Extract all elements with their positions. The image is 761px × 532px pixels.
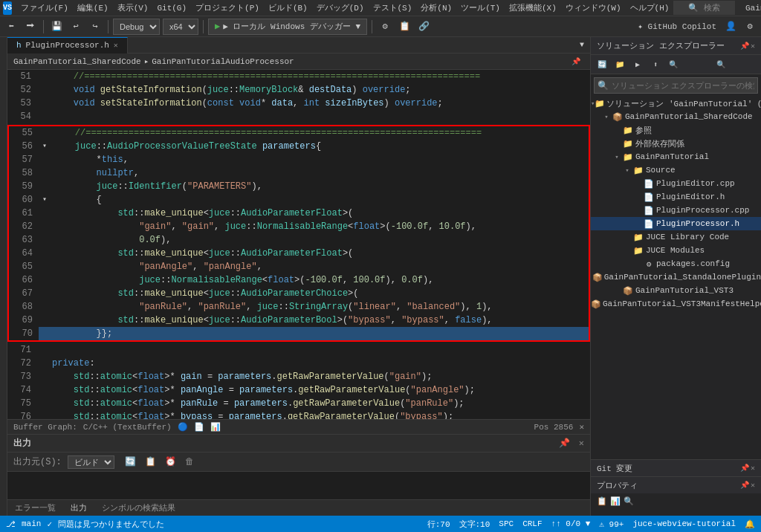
git-close-btn[interactable]: ✕ [751,464,755,473]
buffer-icon-1[interactable]: 🔵 [178,422,188,432]
tab-error-list[interactable]: エラー一覧 [7,501,63,515]
line-number-72: 72 [7,357,37,370]
output-source-select[interactable]: ビルド [68,455,114,469]
tree-item-11[interactable]: ⚙packages.config [591,257,761,270]
pin-output-btn[interactable]: 📌 [559,438,570,449]
toolbar-extra-1[interactable]: ⚙ [377,19,393,35]
tree-item-6[interactable]: 📄PluginEditor.h [591,190,761,204]
menu-help[interactable]: ヘルプ(H) [626,1,674,15]
toolbar: ⬅ ⮕ 💾 ↩ ↪ Debug x64 ▶ ▶ ローカル Windows デバッ… [0,16,761,37]
tree-item-4[interactable]: ▾📁Source [591,163,761,177]
tree-item-8[interactable]: 📄PluginProcessor.h [591,217,761,230]
tree-item-10[interactable]: 📁JUCE Modules [591,244,761,257]
code-line-76: 76 std::atomic<float>* bypass = paramete… [7,410,590,419]
git-changes-header[interactable]: Git 変更 📌 ✕ [591,460,761,476]
menu-tools[interactable]: ツール(T) [456,1,505,15]
code-line-72: 72private: [7,357,590,370]
menu-edit[interactable]: 編集(E) [73,1,113,15]
menu-debug[interactable]: デバッグ(D) [312,1,369,15]
se-tool-6[interactable]: 🔍 [683,56,758,73]
buffer-icon-3[interactable]: 📊 [210,422,221,432]
output-icon-1[interactable]: 🔄 [125,456,136,467]
line-number-58: 58 [9,166,39,180]
solution-search-box[interactable]: 🔍 [594,77,758,94]
line-number-74: 74 [7,383,37,397]
props-pin-btn[interactable]: 📌 [740,481,749,490]
toolbar-extra-3[interactable]: 🔗 [415,19,432,35]
tree-item-14[interactable]: 📦GainPanTutorial_VST3ManifestHelper [591,297,761,311]
tab-plugin-processor-h[interactable]: h PluginProcessor.h ✕ [7,37,128,53]
status-line: 行:70 [427,519,450,530]
undo-btn[interactable]: ↩ [68,19,84,35]
path-pin-btn[interactable]: 📌 [568,53,584,70]
line-number-52: 52 [7,83,37,97]
tree-item-7[interactable]: 📄PluginProcessor.cpp [591,204,761,217]
buffer-close[interactable]: ✕ [579,422,584,432]
tab-symbol-search[interactable]: シンボルの検索結果 [94,501,183,515]
settings-btn[interactable]: ⚙ [742,19,758,35]
properties-header[interactable]: プロパティ 📌 ✕ [591,477,761,493]
menu-analyze[interactable]: 分析(N) [416,1,456,15]
platform-select[interactable]: x64 [163,19,198,35]
solution-search-input[interactable] [612,81,754,90]
props-icon-3[interactable]: 🔍 [624,496,634,506]
menu-window[interactable]: ウィンドウ(W) [561,1,626,15]
github-copilot[interactable]: ✦ GitHub Copilot [635,22,719,31]
tree-item-9[interactable]: 📁JUCE Library Code [591,230,761,244]
line-gutter-75 [37,397,49,410]
se-tool-3[interactable]: ▶ [629,56,646,73]
line-gutter-76 [37,410,49,419]
tree-item-12[interactable]: 📦GainPanTutorial_StandalonePlugin [591,270,761,284]
account-btn[interactable]: 👤 [722,19,739,35]
tab-output[interactable]: 出力 [63,501,94,515]
tree-item-0[interactable]: ▾📦GainPanTutorial_SharedCode [591,110,761,123]
run-debugger-btn[interactable]: ▶ ▶ ローカル Windows デバッガー ▼ [208,19,367,35]
tree-item-5[interactable]: 📄PluginEditor.cpp [591,177,761,190]
props-icon-1[interactable]: 📋 [597,496,607,506]
menu-file[interactable]: ファイル(F) [16,1,73,15]
redo-btn[interactable]: ↪ [87,19,103,35]
save-btn[interactable]: 💾 [48,19,65,35]
output-icon-4[interactable]: 🗑 [185,456,194,467]
code-line-58: 58 nullptr, [9,166,589,180]
tree-item-3[interactable]: ▾📁GainPanTutorial [591,150,761,163]
tab-close-btn[interactable]: ✕ [114,41,118,50]
line-number-76: 76 [7,410,37,419]
menu-test[interactable]: テスト(S) [369,1,417,15]
toolbar-extra-2[interactable]: 📋 [396,19,412,35]
se-pin-btn[interactable]: 📌 [740,42,749,51]
line-number-60: 60 [9,193,39,207]
git-pin-btn[interactable]: 📌 [740,464,749,473]
tab-menu-btn[interactable]: ▼ [574,37,590,53]
menu-project[interactable]: プロジェクト(P) [191,1,264,15]
code-line-57: 57 *this, [9,153,589,166]
close-output-btn[interactable]: ✕ [579,438,584,449]
search-box[interactable]: 🔍 検索 [673,1,735,15]
menu-extensions[interactable]: 拡張機能(X) [505,1,561,15]
tree-item-1[interactable]: 📁参照 [591,123,761,137]
props-close-btn[interactable]: ✕ [751,481,755,490]
buffer-icon-2[interactable]: 📄 [194,422,204,432]
debug-config-select[interactable]: Debug [113,19,160,35]
se-tool-5[interactable]: 🔍 [665,56,681,73]
back-btn[interactable]: ⬅ [3,19,19,35]
se-tool-2[interactable]: 📁 [612,56,628,73]
se-tool-4[interactable]: ⬆ [647,56,664,73]
props-icon-2[interactable]: 📊 [610,496,621,506]
output-header: 出力 [13,437,31,450]
tree-item-13[interactable]: 📦GainPanTutorial_VST3 [591,284,761,297]
code-editor[interactable]: 51 //===================================… [7,70,590,419]
se-tool-1[interactable]: 🔄 [594,56,610,73]
code-line-59: 59 juce::Identifier("PARAMETERS"), [9,180,589,193]
status-branch: main [22,519,41,528]
tree-solution-root[interactable]: ▾📁ソリューション 'GainPanTutorial' (4/4 のプロジェクト [591,97,761,110]
menu-view[interactable]: 表示(V) [113,1,153,15]
menu-build[interactable]: ビルド(B) [264,1,312,15]
tree-item-2[interactable]: 📁外部依存関係 [591,137,761,150]
forward-btn[interactable]: ⮕ [22,19,39,35]
menu-git[interactable]: Git(G) [152,2,191,14]
se-close-btn[interactable]: ✕ [751,42,755,51]
output-source-label: 出力元(S): [13,455,62,468]
output-icon-2[interactable]: 📋 [145,456,156,467]
output-icon-3[interactable]: ⏰ [165,456,176,467]
